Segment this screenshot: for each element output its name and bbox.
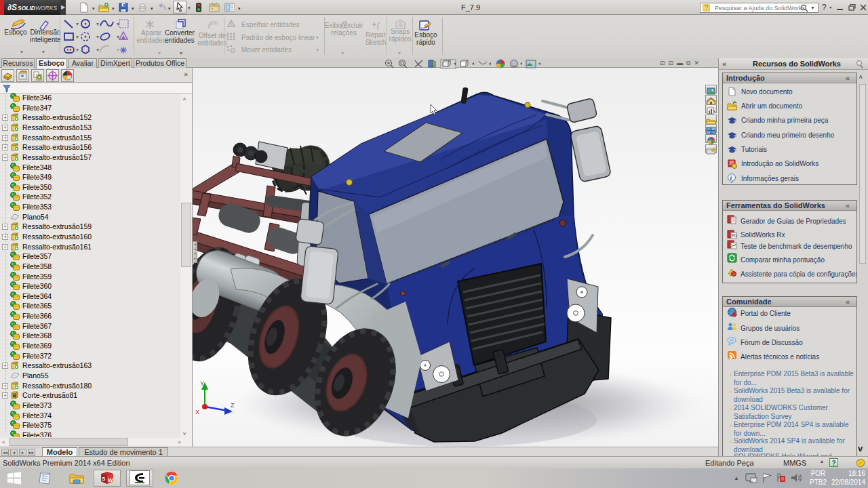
svg-text:Rx: Rx	[732, 233, 737, 238]
svg-text:?: ?	[822, 3, 827, 12]
svg-text:Y: Y	[200, 380, 204, 387]
svg-text:S: S	[102, 476, 106, 482]
svg-text:X: X	[195, 409, 199, 415]
svg-text:Z: Z	[231, 402, 235, 409]
svg-text:W: W	[108, 477, 113, 483]
